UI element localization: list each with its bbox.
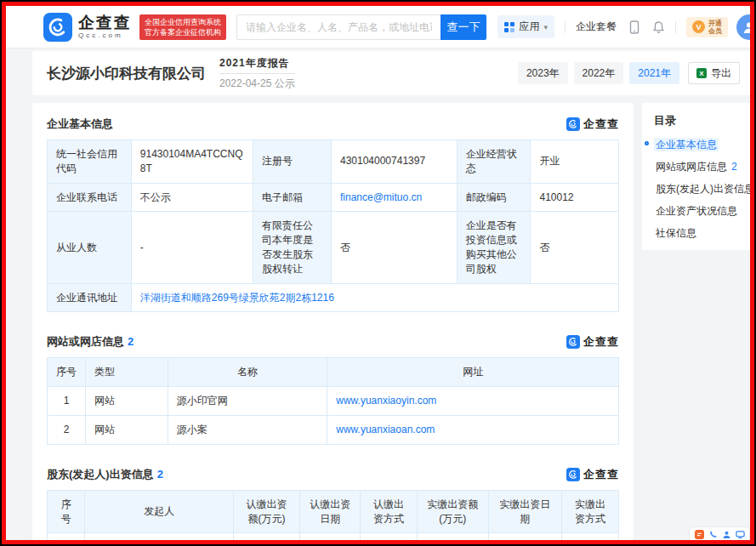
toc-item-basic-info[interactable]: 企业基本信息 [654, 139, 750, 151]
label-cell: 从业人数 [48, 212, 132, 283]
export-button[interactable]: X 导出 [688, 62, 740, 84]
top-nav: 应用 ▾ 企业套餐 V 开通 会员 [497, 14, 750, 40]
toc-item-assets[interactable]: 企业资产状况信息 [654, 205, 750, 217]
toc-item-count: 2 [731, 161, 737, 173]
section-count-badge: 2 [128, 335, 134, 348]
person-icon[interactable] [722, 530, 731, 539]
search-input[interactable] [236, 14, 441, 40]
value-cell: 否 [531, 212, 619, 283]
label-cell: 企业联系电话 [48, 183, 132, 212]
toc-item-label: 社保信息 [654, 226, 698, 240]
phone-icon[interactable] [708, 530, 718, 539]
address-link[interactable]: 洋湖街道和顺路269号绿景欣苑2期2栋1216 [140, 292, 334, 304]
vip-crown-icon: V [692, 20, 705, 33]
year-tab-2021[interactable]: 2021年 [629, 62, 679, 84]
apps-menu-label: 应用 [519, 20, 539, 34]
cell-index: 1 [48, 533, 85, 540]
col-header-subscribed-date: 认缴出资日期 [300, 490, 361, 533]
website-url-link[interactable]: www.yuanxiaoan.com [336, 424, 435, 435]
cell-name: 源小案 [168, 415, 327, 444]
qcc-watermark: 企查查 [566, 117, 619, 132]
cell-name: 源小印官网 [168, 387, 327, 416]
email-link[interactable]: finance@mituo.cn [340, 191, 422, 203]
value-cell: 否 [331, 212, 457, 283]
toc-item-website-info[interactable]: 网站或网店信息2 [654, 161, 750, 173]
table-header-row: 序号 发起人 认缴出资额(万元) 认缴出资日期 认缴出资方式 实缴出资额(万元)… [48, 490, 619, 533]
page: 企查查 Qcc.com 全国企业信用查询系统 官方备案企业征信机构 查一下 应用… [6, 6, 750, 540]
apps-menu-button[interactable]: 应用 ▾ [497, 15, 554, 38]
label-cell: 企业经营状态 [457, 140, 531, 184]
value-cell: - [131, 212, 253, 283]
label-cell: 统一社会信用代码 [48, 140, 132, 184]
qcc-watermark: 企查查 [566, 334, 619, 350]
contact-chat-icon[interactable] [695, 530, 704, 539]
qcc-watermark-text: 企查查 [583, 334, 619, 350]
table-row: 企业通讯地址 洋湖街道和顺路269号绿景欣苑2期2栋1216 [48, 283, 619, 312]
value-cell: 430104000741397 [331, 140, 457, 184]
certification-badge-line2: 官方备案企业征信机构 [145, 27, 221, 37]
monitor-icon[interactable] [736, 530, 745, 539]
company-name: 长沙源小印科技有限公司 [47, 64, 206, 83]
qcc-logo[interactable]: 企查查 Qcc.com 全国企业信用查询系统 官方备案企业征信机构 [43, 13, 226, 42]
floating-toolbar [689, 526, 750, 540]
toc-item-social-security[interactable]: 社保信息 [654, 227, 750, 239]
toc-item-label: 企业基本信息 [654, 138, 719, 151]
toc-item-label: 股东(发起人)出资信息 [654, 182, 750, 196]
cell-index: 1 [48, 387, 86, 416]
section-title-text: 股东(发起人)出资信息 [47, 468, 154, 481]
qcc-logo-icon [43, 13, 72, 42]
label-cell: 邮政编码 [457, 183, 531, 212]
cell-subscribed-amount: 400 [234, 533, 300, 540]
cell-url: www.yuanxiaoyin.com [327, 387, 619, 416]
qcc-watermark-icon [566, 335, 580, 349]
section-title-basic-info: 企业基本信息 [47, 117, 113, 132]
year-tab-2023[interactable]: 2023年 [518, 62, 568, 84]
toc-item-label: 网站或网店信息 [654, 160, 729, 173]
cell-paid-method: 其他 [561, 533, 618, 540]
vip-label-line2: 会员 [708, 27, 722, 35]
cell-url: www.yuanxiaoan.com [327, 415, 619, 444]
vip-label-line1: 开通 [708, 20, 722, 27]
search-button[interactable]: 查一下 [441, 14, 486, 40]
excel-icon: X [696, 68, 707, 78]
cell-founder: 长沙米拓信息技术有限公司 [85, 533, 234, 540]
qcc-watermark-text: 企查查 [583, 467, 619, 482]
toc-sidebar: 目录 企业基本信息 网站或网店信息2 股东(发起人)出资信息2 企业资产状况信息… [642, 103, 750, 250]
brand-domain: Qcc.com [78, 31, 132, 39]
qcc-logo-text: 企查查 Qcc.com [78, 14, 132, 39]
report-publish-date: 2022-04-25 公示 [219, 74, 295, 91]
website-url-link[interactable]: www.yuanxiaoyin.com [336, 395, 436, 407]
cell-subscribed-date: 2035-12-31 [300, 533, 361, 540]
table-row: 统一社会信用代码 91430104MA4TCCNQ8T 注册号 43010400… [48, 140, 619, 184]
report-title-bar: 长沙源小印科技有限公司 2021年度报告 2022-04-25 公示 2023年… [32, 51, 750, 95]
vip-upgrade-button[interactable]: V 开通 会员 [686, 17, 728, 37]
value-cell: 91430104MA4TCCNQ8T [131, 140, 253, 184]
chevron-down-icon: ▾ [543, 23, 548, 31]
brand-name: 企查查 [78, 14, 132, 31]
enterprise-package-link[interactable]: 企业套餐 [576, 20, 617, 34]
cell-type: 网站 [86, 387, 168, 416]
cell-type: 网站 [86, 415, 168, 444]
nav-divider [675, 21, 676, 33]
cell-paid-date: - [488, 533, 561, 540]
col-header-paid-date: 实缴出资日期 [488, 490, 561, 533]
website-table: 序号 类型 名称 网址 1 网站 源小印官网 www.yuanxiaoyin.c… [47, 357, 619, 444]
user-avatar[interactable] [736, 14, 750, 40]
mobile-app-icon[interactable] [628, 20, 640, 34]
section-shareholders-header: 股东(发起人)出资信息2 企查查 [47, 467, 619, 482]
table-row: 1 网站 源小印官网 www.yuanxiaoyin.com [48, 387, 619, 416]
section-title-text: 网站或网店信息 [47, 335, 124, 348]
notifications-bell-icon[interactable] [652, 20, 665, 34]
nav-divider [565, 21, 566, 33]
vip-label: 开通 会员 [708, 20, 722, 35]
certification-badge-line1: 全国企业信用查询系统 [145, 17, 221, 27]
year-tab-2022[interactable]: 2022年 [574, 62, 624, 84]
col-header-subscribed-amount: 认缴出资额(万元) [234, 490, 300, 533]
report-meta: 2021年度报告 2022-04-25 公示 [219, 56, 295, 91]
col-header-subscribed-method: 认缴出资方式 [361, 490, 418, 533]
value-cell: 洋湖街道和顺路269号绿景欣苑2期2栋1216 [131, 283, 618, 312]
year-tabs: 2023年 2022年 2021年 X 导出 [518, 62, 740, 84]
label-cell: 企业是否有投资信息或购买其他公司股权 [457, 212, 531, 283]
toc-item-shareholders[interactable]: 股东(发起人)出资信息2 [654, 183, 750, 195]
value-cell: finance@mituo.cn [331, 183, 457, 212]
